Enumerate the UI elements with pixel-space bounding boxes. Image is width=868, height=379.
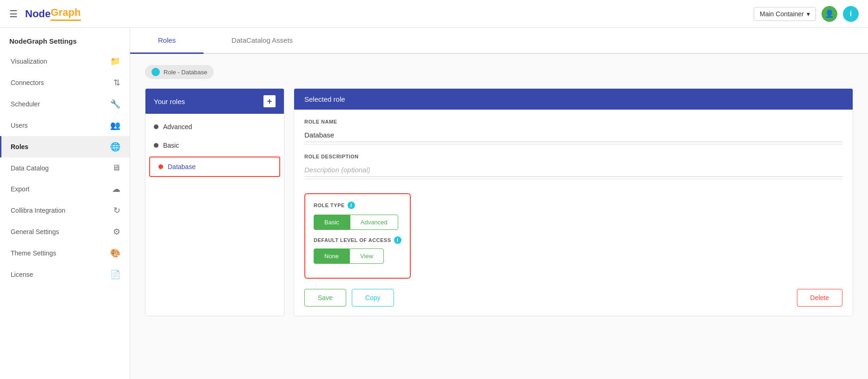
access-btn-view[interactable]: View [349, 248, 384, 264]
roles-panel-title: Your roles [154, 98, 185, 105]
logo-node: Node [25, 8, 51, 20]
delete-button[interactable]: Delete [797, 289, 842, 307]
content-area: Role - Database Your roles + AdvancedBas… [130, 54, 868, 379]
action-left: Save Copy [304, 289, 394, 307]
role-type-info-icon[interactable]: i [348, 202, 355, 209]
container-selector[interactable]: Main Container ▾ [754, 7, 816, 21]
role-tag-text: Role - Database [164, 69, 207, 76]
sidebar-title: NodeGraph Settings [0, 28, 130, 51]
role-type-box: ROLE TYPE i BasicAdvanced DEFAULT LEVEL … [304, 193, 411, 279]
logo: Node Graph [25, 7, 81, 21]
role-name-label: ROLE NAME [304, 119, 842, 124]
role-list-item-basic[interactable]: Basic [145, 136, 284, 155]
sidebar-item-label: General Settings [11, 228, 59, 235]
role-label: Database [168, 163, 196, 170]
main-content: RolesDataCatalog Assets Role - Database … [130, 28, 868, 379]
sidebar-icon: ↻ [113, 205, 120, 216]
sidebar-item-roles[interactable]: Roles🌐 [0, 136, 130, 157]
role-description-label: ROLE DESCRIPTION [304, 154, 842, 159]
hamburger-icon[interactable]: ☰ [9, 8, 18, 20]
role-list-item-advanced[interactable]: Advanced [145, 118, 284, 136]
sidebar-icon: ☁ [112, 184, 120, 194]
access-label: DEFAULT LEVEL OF ACCESS i [314, 236, 401, 244]
role-label: Advanced [163, 123, 192, 131]
sidebar-icon: 📁 [110, 56, 120, 66]
sidebar-item-connectors[interactable]: Connectors⇅ [0, 72, 130, 93]
avatar-info[interactable]: i [843, 6, 859, 22]
role-description-group: ROLE DESCRIPTION [304, 154, 842, 179]
role-type-label: ROLE TYPE i [314, 202, 401, 209]
sidebar-item-label: Collibra Integration [11, 207, 66, 214]
sidebar-item-license[interactable]: License📄 [0, 264, 130, 285]
role-type-toggle: BasicAdvanced [314, 215, 401, 230]
role-type-btn-advanced[interactable]: Advanced [350, 215, 398, 230]
sidebar-item-scheduler[interactable]: Scheduler🔧 [0, 93, 130, 115]
role-name-group: ROLE NAME [304, 119, 842, 144]
access-btn-none[interactable]: None [314, 248, 349, 264]
role-description-input[interactable] [304, 163, 842, 177]
tabs-bar: RolesDataCatalog Assets [130, 28, 868, 54]
sidebar-item-general-settings[interactable]: General Settings⚙ [0, 221, 130, 242]
sidebar-item-label: Connectors [11, 79, 44, 86]
selected-role-panel: Selected role ROLE NAME ROLE DESCRIPTION [294, 88, 853, 316]
role-dot [158, 164, 163, 169]
roles-list: AdvancedBasicDatabase [145, 114, 284, 183]
sidebar-item-label: Data Catalog [11, 164, 49, 172]
sidebar-item-label: Theme Settings [11, 249, 56, 257]
sidebar-icon: 🔧 [110, 99, 120, 109]
selected-role-body: ROLE NAME ROLE DESCRIPTION [294, 110, 853, 316]
tab-roles[interactable]: Roles [130, 28, 204, 54]
sidebar-item-visualization[interactable]: Visualization📁 [0, 51, 130, 72]
access-toggle: NoneView [314, 248, 401, 264]
chevron-down-icon: ▾ [807, 10, 810, 18]
sidebar-icon: 🎨 [110, 248, 120, 258]
save-button[interactable]: Save [304, 289, 346, 307]
container-label: Main Container [760, 10, 804, 18]
role-tag: Role - Database [145, 65, 214, 79]
sidebar-icon: 📄 [110, 269, 120, 280]
tab-datacatalog-assets[interactable]: DataCatalog Assets [204, 28, 321, 54]
roles-panel: Your roles + AdvancedBasicDatabase [145, 88, 284, 316]
sidebar-item-label: Visualization [11, 58, 47, 65]
avatar-user[interactable]: 👤 [822, 6, 837, 22]
sidebar-icon: 🖥 [112, 163, 120, 173]
role-tag-dot [151, 68, 160, 76]
sidebar-item-label: Roles [11, 143, 28, 150]
sidebar-item-theme-settings[interactable]: Theme Settings🎨 [0, 242, 130, 264]
action-buttons: Save Copy Delete [304, 289, 842, 307]
sidebar-item-label: License [11, 271, 33, 278]
sidebar-item-label: Scheduler [11, 100, 40, 108]
topbar-right: Main Container ▾ 👤 i [754, 6, 859, 22]
add-role-button[interactable]: + [263, 95, 276, 107]
copy-button[interactable]: Copy [352, 289, 394, 307]
sidebar-item-label: Export [11, 185, 29, 193]
role-dot [154, 143, 158, 148]
sidebar-icon: 🌐 [110, 142, 120, 152]
sidebar-icon: 👥 [110, 120, 120, 131]
sidebar-item-collibra-integration[interactable]: Collibra Integration↻ [0, 200, 130, 221]
logo-graph: Graph [51, 7, 81, 21]
role-label: Basic [163, 142, 179, 149]
access-info-icon[interactable]: i [394, 236, 401, 244]
role-name-input[interactable] [304, 128, 842, 142]
sidebar-item-label: Users [11, 122, 28, 129]
topbar-left: ☰ Node Graph [9, 7, 81, 21]
sidebar-item-export[interactable]: Export☁ [0, 178, 130, 200]
sidebar-icon: ⇅ [113, 78, 120, 88]
role-type-btn-basic[interactable]: Basic [314, 215, 350, 230]
role-dot [154, 124, 158, 129]
sidebar: NodeGraph Settings Visualization📁Connect… [0, 28, 130, 379]
selected-role-header: Selected role [294, 89, 853, 110]
layout: NodeGraph Settings Visualization📁Connect… [0, 28, 868, 379]
roles-panel-header: Your roles + [145, 89, 284, 114]
sidebar-icon: ⚙ [113, 227, 120, 237]
topbar: ☰ Node Graph Main Container ▾ 👤 i [0, 0, 868, 28]
role-list-item-database[interactable]: Database [149, 157, 280, 177]
sidebar-item-data-catalog[interactable]: Data Catalog🖥 [0, 157, 130, 178]
panels: Your roles + AdvancedBasicDatabase Selec… [145, 88, 853, 316]
sidebar-item-users[interactable]: Users👥 [0, 115, 130, 136]
